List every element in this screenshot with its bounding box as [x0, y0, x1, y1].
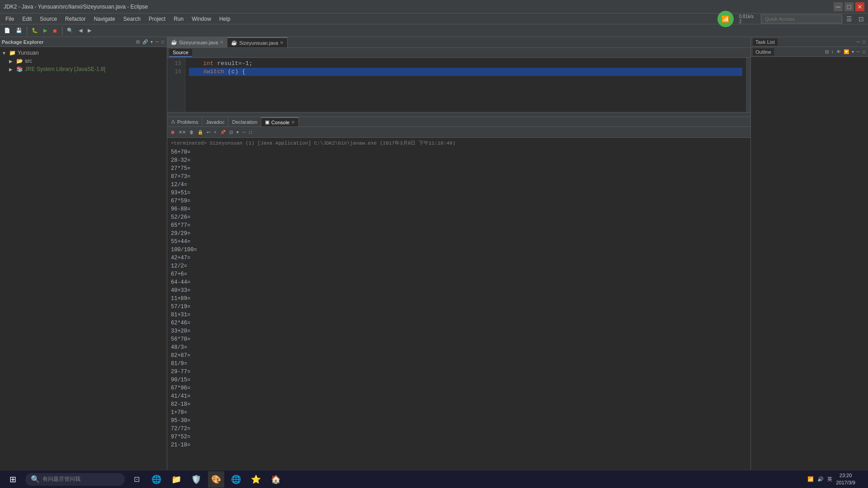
- main-layout: Package Explorer ⊟ 🔗 ▾ ─ □ ▼ 📁 Yunsuan ▶…: [0, 37, 868, 470]
- remove-launch-button[interactable]: ✕✕: [177, 129, 187, 135]
- taskbar-app6-button[interactable]: 🏠: [268, 471, 284, 488]
- minimize-button[interactable]: ─: [834, 2, 843, 11]
- outline-collapse-btn[interactable]: ⊟: [824, 49, 830, 54]
- menu-source[interactable]: Source: [36, 15, 61, 23]
- start-button[interactable]: ⊞: [4, 472, 22, 487]
- terminate-button[interactable]: ⏹: [169, 129, 176, 135]
- menu-help[interactable]: Help: [216, 15, 234, 23]
- package-explorer-title: Package Explorer: [2, 39, 43, 45]
- run-button[interactable]: ▶: [41, 26, 49, 36]
- menu-edit[interactable]: Edit: [19, 15, 35, 23]
- taskbar-app5-button[interactable]: ⭐: [248, 471, 264, 488]
- line-num-16: 16: [171, 68, 181, 76]
- stop-button[interactable]: ⏹: [50, 26, 60, 36]
- javadoc-tab[interactable]: Javadoc: [202, 117, 228, 127]
- maximize-button[interactable]: □: [844, 2, 854, 11]
- menu-search[interactable]: Search: [120, 15, 144, 23]
- open-console-button[interactable]: ⊡: [228, 129, 234, 135]
- new-button[interactable]: 📄: [2, 26, 13, 36]
- menu-file[interactable]: File: [2, 15, 18, 23]
- right-panel-tabs: Task List: [753, 38, 778, 46]
- console-line-27: 81/9=: [171, 360, 747, 368]
- src-icon: 📂: [16, 58, 23, 64]
- search-button[interactable]: 🔍: [65, 26, 75, 36]
- taskbar-explorer-button[interactable]: 📁: [168, 471, 184, 488]
- taskbar-browser-button[interactable]: 🌐: [228, 471, 244, 488]
- package-explorer: Package Explorer ⊟ 🔗 ▾ ─ □ ▼ 📁 Yunsuan ▶…: [0, 37, 167, 470]
- menu-project[interactable]: Project: [145, 15, 169, 23]
- outline-tab[interactable]: Outline: [753, 48, 774, 56]
- line-num-15: 15: [171, 60, 181, 68]
- console-tab[interactable]: ▣ Console ✕: [261, 117, 299, 127]
- pin-console-button[interactable]: 📌: [219, 129, 227, 135]
- outline-maximize-btn[interactable]: □: [862, 49, 866, 54]
- editor-tab-close-2[interactable]: ✕: [280, 40, 283, 45]
- console-line-34: 95-30=: [171, 417, 747, 425]
- declaration-tab[interactable]: Declaration: [228, 117, 261, 127]
- view-menu-button[interactable]: ☰: [844, 14, 854, 24]
- editor-tab-1[interactable]: ☕ Sizeyunsuan.java ✕: [167, 37, 227, 47]
- taskbar-eclipse-button[interactable]: 🎨: [208, 471, 224, 488]
- outline-sort-btn[interactable]: ↕: [830, 49, 835, 54]
- collapse-all-button[interactable]: ⊟: [135, 39, 141, 44]
- taskbar-search-text[interactable]: 有问题尽管问我: [42, 475, 80, 483]
- minimize-console-button[interactable]: ─: [241, 129, 247, 135]
- close-button[interactable]: ✕: [855, 2, 864, 11]
- problems-tab[interactable]: ⚠ Problems: [167, 117, 202, 127]
- taskbar-store-button[interactable]: 🛡️: [188, 471, 204, 488]
- link-with-editor-button[interactable]: 🔗: [142, 39, 149, 44]
- tree-item-src[interactable]: ▶ 📂 src: [0, 57, 167, 65]
- rp-minimize-button[interactable]: ─: [856, 39, 861, 44]
- console-line-4: 87+73=: [171, 173, 747, 181]
- console-line-3: 27*75=: [171, 164, 747, 173]
- tree-item-yunsuan[interactable]: ▼ 📁 Yunsuan: [0, 49, 167, 57]
- code-editor[interactable]: 15 16 int result=-1; switch (c) {: [167, 58, 750, 112]
- task-view-button[interactable]: ⊡: [128, 471, 145, 488]
- package-explorer-controls: ⊟ 🔗 ▾ ─ □: [135, 39, 165, 44]
- quick-access-input[interactable]: [761, 14, 842, 23]
- rp-maximize-button[interactable]: □: [862, 39, 866, 44]
- editor-tab-label-2: Sizeyunsuan.java: [239, 40, 278, 46]
- console-tab-close[interactable]: ✕: [291, 120, 295, 125]
- view-menu-pe-button[interactable]: ▾: [150, 39, 154, 44]
- forward-button[interactable]: ▶: [85, 26, 94, 36]
- menu-navigate[interactable]: Navigate: [90, 15, 118, 23]
- clear-button[interactable]: 🗑: [188, 129, 195, 135]
- editor-tab-close-1[interactable]: ✕: [220, 40, 223, 45]
- code-content[interactable]: int result=-1; switch (c) {: [185, 58, 746, 112]
- package-explorer-header: Package Explorer ⊟ 🔗 ▾ ─ □: [0, 37, 167, 47]
- back-button[interactable]: ◀: [76, 26, 85, 36]
- outline-hide-btn[interactable]: 👁: [835, 49, 842, 54]
- outline-minimize-btn[interactable]: ─: [856, 49, 861, 54]
- open-perspective-button[interactable]: ⊡: [856, 14, 866, 24]
- debug-button[interactable]: 🐛: [29, 26, 40, 36]
- outline-menu-btn[interactable]: ▾: [851, 49, 855, 54]
- editor-tab-2[interactable]: ☕ Sizeyunsuan.java ✕: [227, 37, 288, 47]
- console-line-29: 90/15=: [171, 376, 747, 384]
- date-display: 2017/3/9: [836, 479, 855, 486]
- save-button[interactable]: 💾: [14, 26, 24, 36]
- scroll-lock-button[interactable]: 🔒: [196, 129, 204, 135]
- menu-window[interactable]: Window: [188, 15, 215, 23]
- word-wrap-button[interactable]: ↩: [205, 129, 212, 135]
- taskbar-edge-button[interactable]: 🌐: [148, 471, 165, 488]
- code-hscroll[interactable]: [167, 112, 750, 117]
- console-line-13: 100/100=: [171, 246, 747, 254]
- network-widget: 📶: [717, 11, 734, 27]
- maximize-console-button[interactable]: □: [248, 129, 253, 135]
- task-list-tab[interactable]: Task List: [753, 38, 778, 46]
- console-tab-label: Console: [271, 120, 289, 125]
- code-line-15: int result=-1;: [189, 60, 742, 68]
- menu-refactor[interactable]: Refactor: [61, 15, 89, 23]
- code-vscroll[interactable]: [746, 58, 750, 112]
- source-tab[interactable]: Source: [169, 49, 192, 57]
- toolbar-separator-1: [27, 26, 27, 35]
- new-console-button[interactable]: +: [212, 129, 218, 135]
- minimize-pe-button[interactable]: ─: [155, 39, 160, 44]
- outline-filter-btn[interactable]: 🔽: [843, 49, 850, 54]
- tree-item-jre[interactable]: ▶ 📚 JRE System Library [JavaSE-1.8]: [0, 65, 167, 73]
- console-view-menu[interactable]: ▾: [235, 129, 240, 135]
- taskbar-search-area: 🔍 有问题尽管问我: [25, 473, 125, 486]
- maximize-pe-button[interactable]: □: [160, 39, 165, 44]
- menu-run[interactable]: Run: [170, 15, 187, 23]
